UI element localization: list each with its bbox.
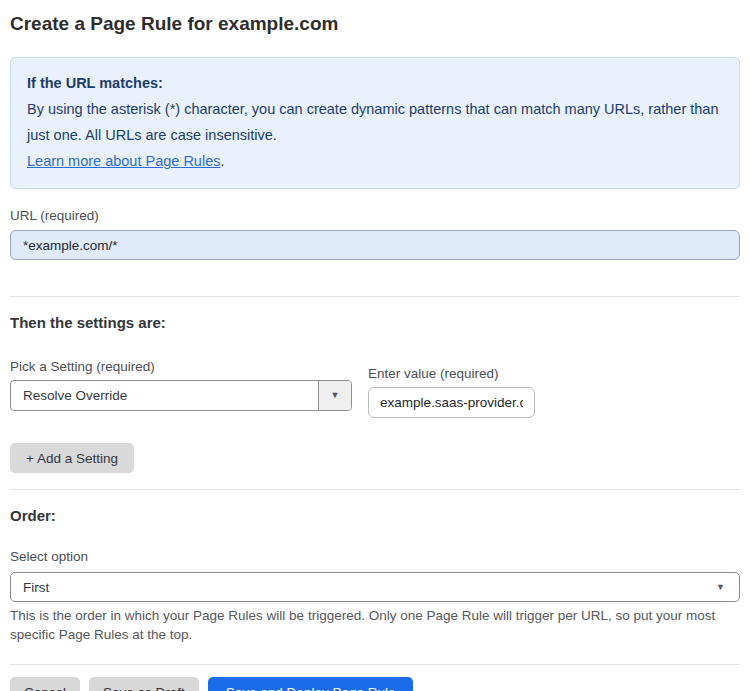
setting-select-label: Pick a Setting (required) xyxy=(10,358,352,375)
divider xyxy=(10,296,740,297)
chevron-down-icon: ▼ xyxy=(716,583,725,592)
footer-buttons: Cancel Save as Draft Save and Deploy Pag… xyxy=(10,677,740,691)
order-help-text: This is the order in which your Page Rul… xyxy=(10,606,740,644)
cancel-button[interactable]: Cancel xyxy=(10,677,80,691)
order-heading: Order: xyxy=(10,507,740,525)
setting-value-column: Enter value (required) xyxy=(368,365,535,418)
chevron-down-icon: ▼ xyxy=(331,391,340,400)
setting-select-caret-button[interactable]: ▼ xyxy=(318,381,351,410)
url-input[interactable] xyxy=(10,230,740,260)
page-rule-form: Create a Page Rule for example.com If th… xyxy=(0,12,750,691)
page-title: Create a Page Rule for example.com xyxy=(10,12,740,36)
info-box-heading: If the URL matches: xyxy=(27,70,721,96)
divider xyxy=(10,489,740,490)
info-box-body: By using the asterisk (*) character, you… xyxy=(27,96,721,148)
learn-more-page-rules-link[interactable]: Learn more about Page Rules xyxy=(27,153,220,169)
setting-select-column: Pick a Setting (required) Resolve Overri… xyxy=(10,358,352,411)
order-select-value: First xyxy=(23,580,716,595)
settings-row: Pick a Setting (required) Resolve Overri… xyxy=(10,358,740,418)
info-box-link-line: Learn more about Page Rules. xyxy=(27,148,721,174)
setting-value-label: Enter value (required) xyxy=(368,365,535,382)
order-select-label: Select option xyxy=(10,548,740,565)
setting-select-value: Resolve Override xyxy=(11,381,318,410)
order-select[interactable]: First ▼ xyxy=(10,572,740,602)
add-setting-button[interactable]: + Add a Setting xyxy=(10,443,134,473)
url-label: URL (required) xyxy=(10,207,740,224)
link-suffix: . xyxy=(220,153,224,169)
settings-heading: Then the settings are: xyxy=(10,314,740,332)
save-and-deploy-button[interactable]: Save and Deploy Page Rule xyxy=(208,677,414,691)
url-match-info-box: If the URL matches: By using the asteris… xyxy=(10,57,740,189)
divider xyxy=(10,664,740,665)
setting-value-input[interactable] xyxy=(368,387,535,418)
save-as-draft-button[interactable]: Save as Draft xyxy=(89,677,199,691)
setting-select[interactable]: Resolve Override ▼ xyxy=(10,380,352,411)
